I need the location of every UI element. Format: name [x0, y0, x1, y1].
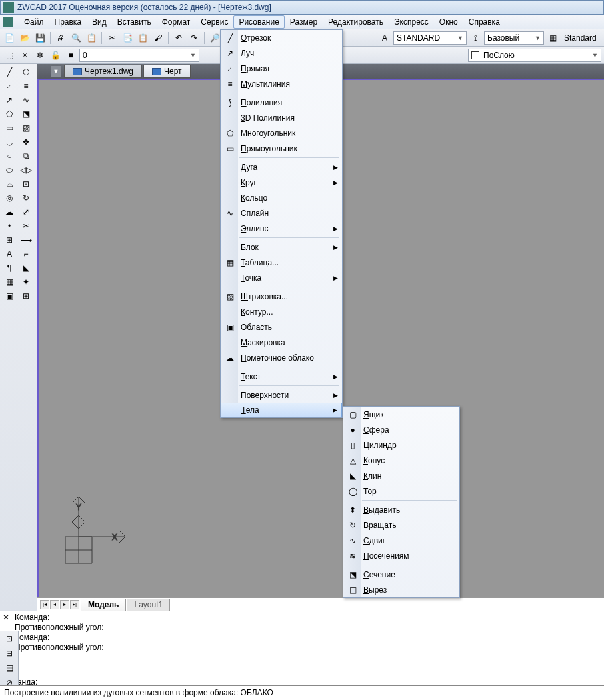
- new-button[interactable]: 📄: [3, 31, 16, 45]
- menu-item[interactable]: Блок▶: [221, 239, 342, 255]
- menu-item[interactable]: Эллипс▶: [221, 221, 342, 236]
- menu-файл[interactable]: Файл: [19, 15, 49, 29]
- zoom-button[interactable]: 🔎: [208, 31, 221, 45]
- menu-item[interactable]: ◫Вырез: [343, 582, 459, 597]
- menu-формат[interactable]: Формат: [157, 15, 196, 29]
- cloud-tool[interactable]: ☁: [1, 205, 17, 219]
- menu-сервис[interactable]: Сервис: [195, 15, 233, 29]
- layer-combo[interactable]: 0▼: [79, 49, 199, 62]
- app-icon-small[interactable]: [3, 17, 13, 27]
- fillet-tool[interactable]: ⌐: [18, 247, 34, 261]
- menu-item[interactable]: Точка▶: [221, 270, 342, 285]
- mirror-tool[interactable]: ◁▷: [18, 163, 34, 177]
- print-button[interactable]: 🖨: [54, 31, 67, 45]
- menu-item[interactable]: 3D Полилиния: [221, 110, 342, 125]
- menu-item[interactable]: ↻Вращать: [343, 517, 459, 533]
- ellipse-arc-tool[interactable]: ⌓: [1, 177, 17, 191]
- menu-рисование[interactable]: Рисование: [233, 15, 284, 29]
- file-tab[interactable]: Черт: [143, 65, 191, 78]
- polygon-tool[interactable]: ⬠: [1, 107, 17, 121]
- align-tool[interactable]: ▤: [1, 661, 17, 675]
- save-button[interactable]: 💾: [33, 31, 47, 45]
- redo-button[interactable]: ↷: [187, 31, 201, 45]
- textstyle-button[interactable]: A: [378, 31, 391, 45]
- circle-tool[interactable]: ○: [1, 149, 17, 163]
- scale-tool[interactable]: ⤢: [18, 205, 34, 219]
- chamfer-tool[interactable]: ◣: [18, 261, 34, 275]
- polyline-tool[interactable]: ⬡: [18, 65, 34, 79]
- copy-tool[interactable]: ⧉: [18, 149, 34, 163]
- menu-экспресс[interactable]: Экспресс: [389, 15, 434, 29]
- first-tab-button[interactable]: |◂: [40, 600, 49, 609]
- mline-tool[interactable]: ≡: [18, 79, 34, 93]
- menu-item[interactable]: ▭Прямоугольник: [221, 141, 342, 156]
- region-tool[interactable]: ▣: [1, 289, 17, 303]
- dimstyle-combo[interactable]: Базовый▼: [484, 31, 544, 45]
- layer-lock-icon[interactable]: 🔓: [49, 49, 62, 62]
- tab-list-dropdown[interactable]: ▼: [51, 66, 61, 77]
- menu-item[interactable]: ⬔Сечение: [343, 567, 459, 582]
- arc-tool[interactable]: ◡: [1, 135, 17, 149]
- paste-button[interactable]: 📋: [136, 31, 149, 45]
- ungroup-tool[interactable]: ⊟: [1, 647, 17, 660]
- menu-item[interactable]: Маскировка: [221, 335, 342, 350]
- menu-item[interactable]: △Конус: [343, 453, 459, 468]
- menu-правка[interactable]: Правка: [49, 15, 87, 29]
- menu-item[interactable]: ∿Сдвиг: [343, 533, 459, 548]
- menu-item[interactable]: ⬠Многоугольник: [221, 125, 342, 141]
- menu-item[interactable]: ▨Штриховка...: [221, 289, 342, 304]
- explode-tool[interactable]: ✦: [18, 275, 34, 289]
- menu-вставить[interactable]: Вставить: [112, 15, 157, 29]
- move-tool[interactable]: ✥: [18, 135, 34, 149]
- menu-item[interactable]: Тела▶: [221, 403, 342, 417]
- menu-item[interactable]: ╱Отрезок: [221, 30, 342, 45]
- layer-freeze-icon[interactable]: ❄: [33, 49, 47, 62]
- text-tool[interactable]: A: [1, 247, 17, 261]
- menu-item[interactable]: ▣Область: [221, 319, 342, 335]
- file-tab[interactable]: Чертеж1.dwg: [64, 65, 142, 78]
- menu-редактировать[interactable]: Редактировать: [323, 15, 389, 29]
- line-tool[interactable]: ╱: [1, 65, 17, 79]
- match-button[interactable]: 🖌: [151, 31, 165, 45]
- prev-tab-button[interactable]: ◂: [50, 600, 59, 609]
- menu-item[interactable]: Круг▶: [221, 175, 342, 190]
- menu-item[interactable]: ≡Мультилиния: [221, 76, 342, 91]
- rotate-tool[interactable]: ↻: [18, 191, 34, 205]
- menu-item[interactable]: Контур...: [221, 304, 342, 319]
- hatch-tool[interactable]: ▨: [18, 121, 34, 135]
- last-tab-button[interactable]: ▸|: [70, 600, 79, 609]
- ellipse-tool[interactable]: ⬭: [1, 163, 17, 177]
- donut-tool[interactable]: ◎: [1, 191, 17, 205]
- trim-tool[interactable]: ✂: [18, 219, 34, 233]
- ray-tool[interactable]: ↗: [1, 93, 17, 107]
- menu-item[interactable]: ☁Пометочное облако: [221, 350, 342, 365]
- offset-tool[interactable]: ⊡: [18, 177, 34, 191]
- menu-item[interactable]: ∿Сплайн: [221, 205, 342, 221]
- menu-item[interactable]: ●Сфера: [343, 422, 459, 437]
- next-tab-button[interactable]: ▸: [60, 600, 69, 609]
- textstyle-combo[interactable]: STANDARD▼: [393, 31, 467, 45]
- plot-button[interactable]: 📋: [85, 31, 98, 45]
- menu-item[interactable]: Кольцо: [221, 190, 342, 205]
- menu-item[interactable]: ▢Ящик: [343, 407, 459, 422]
- tablestyle-button[interactable]: ▦: [546, 31, 559, 45]
- layer-state-button[interactable]: ⬚: [3, 49, 16, 62]
- menu-item[interactable]: ⟋Прямая: [221, 61, 342, 76]
- dimstyle-button[interactable]: ⟟: [469, 31, 482, 45]
- copy-button[interactable]: 📑: [121, 31, 134, 45]
- layout-tab[interactable]: Layout1: [127, 599, 170, 611]
- undo-button[interactable]: ↶: [172, 31, 185, 45]
- menu-item[interactable]: ◣Клин: [343, 468, 459, 483]
- print-preview-button[interactable]: 🔍: [69, 31, 83, 45]
- table-tool[interactable]: ▦: [1, 275, 17, 289]
- mtext-tool[interactable]: ¶: [1, 261, 17, 275]
- menu-размер[interactable]: Размер: [285, 15, 323, 29]
- menu-item[interactable]: ▦Таблица...: [221, 255, 342, 270]
- layer-color-icon[interactable]: ■: [64, 49, 77, 62]
- menu-item[interactable]: ↗Луч: [221, 45, 342, 61]
- color-combo[interactable]: ПоСлою▼: [468, 49, 601, 62]
- menu-item[interactable]: Поверхности▶: [221, 387, 342, 403]
- model-tab[interactable]: Модель: [81, 599, 126, 611]
- extend-tool[interactable]: ⟶: [18, 233, 34, 247]
- group-tool[interactable]: ⊡: [1, 632, 17, 645]
